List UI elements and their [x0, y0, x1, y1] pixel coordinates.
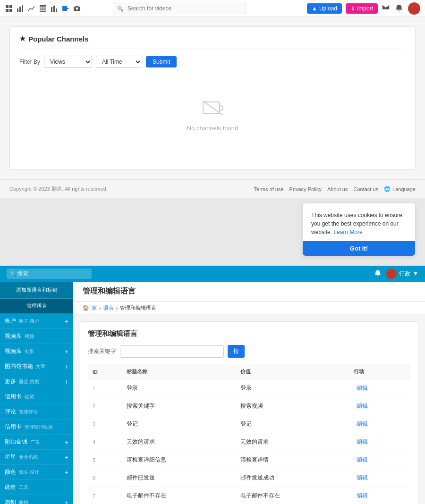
edit-button[interactable]: 编辑	[354, 491, 371, 501]
line-chart-icon[interactable]	[27, 4, 36, 13]
sidebar-plus-icon[interactable]: +	[65, 318, 68, 325]
submit-button[interactable]: Submit	[146, 56, 177, 67]
bell-icon[interactable]	[395, 4, 404, 13]
content-search-row: 搜索关键字 搜	[88, 345, 410, 358]
table-row: 5 请检查详细信息 清检查详情 编辑	[88, 451, 410, 469]
content-search-input[interactable]	[120, 345, 224, 358]
learn-more-link[interactable]: Learn More	[333, 229, 362, 235]
svg-rect-0	[6, 5, 8, 8]
sidebar-item-sub: 视频	[25, 333, 34, 340]
sidebar-plus-icon[interactable]: +	[65, 378, 68, 386]
table-row: 1 登录 登录 编辑	[88, 379, 410, 397]
sidebar-item[interactable]: 帐户 圈子 用户 +	[0, 314, 73, 329]
content-search-button[interactable]: 搜	[228, 345, 245, 358]
cell-action: 编辑	[349, 451, 410, 469]
sidebar-item-sub: 文章	[36, 363, 45, 370]
breadcrumb-sep1: ›	[99, 305, 101, 311]
cell-action: 编辑	[349, 487, 410, 504]
cell-value: 登记	[236, 415, 349, 433]
content-search-label: 搜索关键字	[88, 347, 116, 355]
sidebar-item[interactable]: 信用卡 管理银行收据	[0, 420, 73, 435]
language-selector[interactable]: 🌐 Language	[384, 186, 416, 192]
user-avatar[interactable]	[408, 2, 420, 15]
cell-id: 6	[88, 469, 122, 487]
star-icon: ★	[19, 34, 26, 43]
upload-button[interactable]: ▲ Upload	[307, 3, 342, 14]
main-bell-icon[interactable]	[374, 269, 382, 278]
table-row: 4 无效的请求 无效的请求 编辑	[88, 433, 410, 451]
edit-button[interactable]: 编辑	[354, 473, 371, 483]
sidebar-item-main: 信用卡	[5, 393, 22, 401]
main-topbar: 行政 ▼	[73, 266, 425, 282]
nav-icon-group	[5, 4, 81, 13]
sidebar-item[interactable]: 视频库 电影 +	[0, 344, 73, 359]
sidebar-item-label: 星星 专业系统	[5, 453, 38, 461]
video-icon[interactable]	[61, 4, 70, 13]
svg-rect-2	[6, 9, 8, 12]
sidebar-item[interactable]: 星星 专业系统 +	[0, 450, 73, 465]
search-input[interactable]	[114, 3, 246, 14]
manage-language-item[interactable]: 管理语言	[0, 299, 73, 314]
sidebar-item-sub: 管理评论	[19, 409, 38, 415]
sidebar-item[interactable]: 附加金钱 广告 +	[0, 435, 73, 450]
cookie-banner: This website uses cookies to ensure you …	[302, 203, 416, 256]
terms-link[interactable]: Terms of use	[254, 186, 284, 192]
sidebar-plus-icon[interactable]: +	[65, 454, 68, 461]
sidebar-item-label: 建造 工具	[5, 483, 28, 491]
copyright-text: Copyright © 2023 刷述. All rights reserved…	[9, 185, 108, 193]
sidebar: 🔍 添加新语言和标键 管理语言 帐户 圈子 用户 + 视频库 视频 视频库 电影…	[0, 266, 73, 504]
got-it-button[interactable]: Got It!	[303, 241, 415, 256]
camera-icon[interactable]	[73, 4, 81, 13]
sidebar-plus-icon[interactable]: +	[65, 438, 68, 446]
filter-views-select[interactable]: Views Subscribers Videos	[44, 56, 92, 68]
privacy-link[interactable]: Privacy Policy	[289, 186, 322, 192]
sidebar-item[interactable]: 图书馆书籍 文章 +	[0, 359, 73, 374]
sidebar-item[interactable]: 评论 管理评论	[0, 404, 73, 420]
sidebar-item[interactable]: 颜色 镜头 设计 +	[0, 465, 73, 480]
cell-action: 编辑	[349, 469, 410, 487]
sidebar-plus-icon[interactable]: +	[65, 348, 68, 355]
main-user-menu[interactable]: 行政 ▼	[386, 269, 418, 279]
edit-button[interactable]: 编辑	[354, 383, 371, 393]
breadcrumb-sep2: ›	[116, 305, 118, 311]
table-row: 2 搜索关键字 搜索视频 编辑	[88, 397, 410, 415]
sidebar-item[interactable]: 建造 工具	[0, 480, 73, 495]
sidebar-item[interactable]: 更多 垂直 类别 +	[0, 374, 73, 389]
no-channels-icon	[201, 96, 224, 120]
cell-action: 编辑	[349, 433, 410, 451]
grid-icon[interactable]	[5, 4, 13, 13]
sidebar-search-input[interactable]	[7, 269, 92, 279]
contact-link[interactable]: Contact us	[353, 186, 378, 192]
sidebar-plus-icon[interactable]: +	[65, 499, 68, 504]
bar-chart-icon[interactable]	[16, 4, 25, 13]
about-link[interactable]: About us	[327, 186, 348, 192]
main-user-name: 行政	[399, 270, 410, 278]
sidebar-plus-icon[interactable]: +	[65, 363, 68, 370]
cell-id: 5	[88, 451, 122, 469]
breadcrumb-language[interactable]: 语言	[103, 304, 114, 311]
filter-by-label: Filter By	[19, 59, 40, 65]
sidebar-item[interactable]: 旗帜 旗帜 +	[0, 495, 73, 504]
sidebar-item[interactable]: 信用卡 收藏	[0, 389, 73, 404]
sidebar-item-label: 评论 管理评论	[5, 408, 38, 416]
table-icon[interactable]	[39, 4, 47, 13]
sidebar-search-icon: 🔍	[10, 271, 17, 277]
sidebar-item-sub: 管理银行收据	[25, 424, 53, 430]
sidebar-item[interactable]: 视频库 视频	[0, 329, 73, 344]
sidebar-item-label: 附加金钱 广告	[5, 438, 40, 446]
message-icon[interactable]	[382, 4, 391, 13]
edit-button[interactable]: 编辑	[354, 419, 371, 429]
sidebar-plus-icon[interactable]: +	[65, 469, 68, 476]
add-language-button[interactable]: 添加新语言和标键	[0, 282, 73, 299]
import-icon: ⇓	[350, 5, 355, 12]
sidebar-item-sub: 旗帜	[19, 499, 28, 504]
histogram-icon[interactable]	[50, 4, 59, 13]
edit-button[interactable]: 编辑	[354, 401, 371, 411]
breadcrumb-home[interactable]: 家	[92, 304, 97, 311]
table-row: 7 电子邮件不存在 电子邮件不存在 编辑	[88, 487, 410, 504]
edit-button[interactable]: 编辑	[354, 455, 371, 465]
cell-value: 搜索视频	[236, 397, 349, 415]
edit-button[interactable]: 编辑	[354, 437, 371, 447]
filter-time-select[interactable]: All Time Today This Week This Month This…	[96, 56, 142, 68]
import-button[interactable]: ⇓ Import	[346, 3, 378, 14]
